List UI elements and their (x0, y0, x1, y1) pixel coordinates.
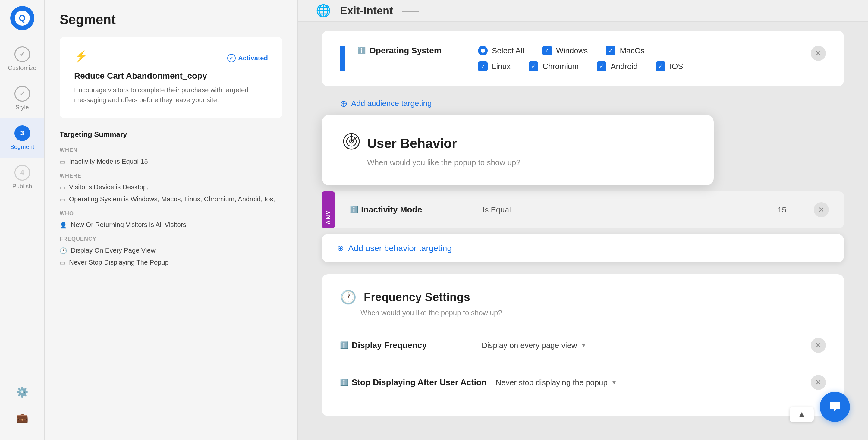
sidebar-item-publish[interactable]: 4 Publish (0, 158, 44, 197)
os-option-ios[interactable]: ✓ IOS (656, 61, 683, 71)
stop-displaying-dropdown-icon[interactable]: ▾ (613, 379, 616, 386)
where-label: WHERE (60, 173, 282, 179)
support-icon: 💼 (16, 412, 28, 424)
checkbox-ios[interactable]: ✓ (656, 61, 665, 71)
page-subtitle: —— (402, 6, 419, 16)
os-options-row2: ✓ Linux ✓ Chromium ✓ Android ✓ (478, 61, 799, 71)
sidebar-item-support[interactable]: 💼 (11, 405, 33, 431)
plus-circle-icon: ⊕ (340, 98, 347, 109)
os-label: Operating System (369, 46, 441, 56)
step-circle-customize: ✓ (14, 46, 30, 62)
os-option-chromium-label: Chromium (542, 62, 579, 71)
add-behavior-button[interactable]: ⊕ Add user behavior targeting (322, 234, 844, 262)
os-option-macos[interactable]: ✓ MacOs (606, 46, 644, 56)
summary-item-device: ▭ Visitor's Device is Desktop, (60, 183, 282, 191)
display-frequency-label: ℹ️ Display Frequency (340, 341, 472, 350)
page-title: Exit-Intent (340, 4, 393, 17)
summary-item-visitors: 👤 New Or Returning Visitors is All Visit… (60, 221, 282, 229)
add-audience-label: Add audience targeting (351, 99, 432, 108)
summary-item-os: ▭ Operating System is Windows, Macos, Li… (60, 195, 282, 203)
segment-card-name: Reduce Cart Abandonment_copy (74, 71, 268, 81)
os-option-windows-label: Windows (556, 46, 588, 56)
checkbox-android[interactable]: ✓ (597, 61, 607, 71)
app-logo[interactable]: Q (10, 6, 34, 30)
summary-icon-inactivity: ▭ (60, 158, 65, 165)
summary-item-freq1: 🕐 Display On Every Page View. (60, 247, 282, 254)
top-bar: 🌐 Exit-Intent —— (298, 0, 868, 22)
summary-item-freq2-text: Never Stop Displaying The Popup (69, 258, 169, 266)
summary-item-freq2: ▭ Never Stop Displaying The Popup (60, 258, 282, 266)
page-wrapper: 🌐 Exit-Intent —— ℹ️ Operating System (298, 0, 868, 440)
chat-fab-button[interactable] (820, 392, 850, 422)
stop-displaying-value[interactable]: Never stop displaying the popup ▾ (496, 378, 802, 387)
sidebar-item-segment[interactable]: 3 Segment (0, 118, 44, 158)
os-label-col: ℹ️ Operating System (358, 46, 466, 56)
behavior-icon (343, 133, 360, 154)
os-option-windows[interactable]: ✓ Windows (542, 46, 588, 56)
settings-icon: ⚙️ (16, 386, 28, 398)
sidebar-item-label-segment: Segment (10, 144, 34, 150)
os-option-android[interactable]: ✓ Android (597, 61, 638, 71)
summary-icon-device: ▭ (60, 184, 65, 191)
display-frequency-value-text: Display on every page view (482, 341, 577, 350)
inactivity-section: ANY ℹ️ Inactivity Mode Is Equal 15 ✕ (322, 191, 844, 228)
targeting-summary-title: Targeting Summary (60, 130, 282, 138)
modal-title: User Behavior (367, 136, 457, 151)
os-info-icon: ℹ️ (358, 47, 366, 55)
os-section: ℹ️ Operating System Select All ✓ Windows (322, 31, 844, 86)
checkbox-chromium[interactable]: ✓ (529, 61, 538, 71)
display-frequency-row: ℹ️ Display Frequency Display on every pa… (340, 327, 826, 364)
inactivity-info-icon: ℹ️ (350, 206, 358, 214)
checkbox-linux[interactable]: ✓ (478, 61, 488, 71)
frequency-header: 🕐 Frequency Settings (340, 289, 826, 305)
summary-icon-freq1: 🕐 (60, 247, 67, 254)
sidebar-item-label-style: Style (16, 104, 29, 111)
os-indicator-bar (340, 46, 345, 71)
targeting-summary: Targeting Summary WHEN ▭ Inactivity Mode… (60, 130, 282, 266)
display-frequency-value[interactable]: Display on every page view ▾ (482, 341, 802, 350)
frequency-subtitle: When would you like the popup to show up… (361, 309, 826, 317)
segment-title: Segment (60, 12, 282, 27)
step-circle-segment: 3 (14, 125, 30, 141)
logo-letter: Q (15, 10, 30, 26)
display-freq-info-icon: ℹ️ (340, 341, 348, 349)
checkbox-macos[interactable]: ✓ (606, 46, 615, 56)
inactivity-close-button[interactable]: ✕ (814, 202, 829, 217)
os-option-chromium[interactable]: ✓ Chromium (529, 61, 579, 71)
summary-item-device-text: Visitor's Device is Desktop, (69, 183, 149, 191)
add-audience-button[interactable]: ⊕ Add audience targeting (340, 92, 844, 115)
stop-displaying-label: ℹ️ Stop Displaying After User Action (340, 378, 487, 387)
add-behavior-label: Add user behavior targeting (348, 244, 452, 253)
chevron-up-icon: ▲ (798, 410, 806, 419)
os-option-linux[interactable]: ✓ Linux (478, 61, 510, 71)
user-behavior-modal: User Behavior When would you like the po… (322, 115, 714, 185)
frequency-title: Frequency Settings (364, 291, 470, 304)
inactivity-label: ℹ️ Inactivity Mode (350, 205, 470, 215)
segment-card: ⚡ ✓ Activated Reduce Cart Abandonment_co… (60, 37, 282, 118)
sidebar-item-settings[interactable]: ⚙️ (11, 379, 33, 405)
sidebar-item-style[interactable]: ✓ Style (0, 78, 44, 118)
segment-panel: Segment ⚡ ✓ Activated Reduce Cart Abando… (44, 0, 298, 440)
os-option-selectall[interactable]: Select All (478, 46, 524, 56)
globe-icon: 🌐 (316, 4, 331, 18)
os-option-ios-label: IOS (670, 62, 683, 71)
summary-icon-visitors: 👤 (60, 221, 67, 229)
os-close-button[interactable]: ✕ (811, 46, 826, 61)
display-frequency-dropdown-icon[interactable]: ▾ (582, 341, 585, 349)
who-label: WHO (60, 210, 282, 217)
stop-displaying-value-text: Never stop displaying the popup (496, 378, 608, 387)
activated-badge: ✓ Activated (227, 54, 268, 62)
stop-displaying-info-icon: ℹ️ (340, 379, 348, 386)
scroll-up-button[interactable]: ▲ (789, 407, 814, 422)
bolt-icon: ⚡ (74, 50, 88, 63)
os-row: ℹ️ Operating System Select All ✓ Windows (340, 46, 826, 71)
sidebar-item-customize[interactable]: ✓ Customize (0, 39, 44, 78)
checkbox-windows[interactable]: ✓ (542, 46, 552, 56)
display-frequency-text: Display Frequency (352, 341, 427, 350)
radio-selectall[interactable] (478, 46, 488, 56)
stop-displaying-close-button[interactable]: ✕ (811, 375, 826, 390)
display-frequency-close-button[interactable]: ✕ (811, 338, 826, 353)
plus-behavior-icon: ⊕ (337, 243, 344, 253)
sidebar-item-label-customize: Customize (8, 64, 36, 71)
summary-icon-freq2: ▭ (60, 259, 65, 266)
